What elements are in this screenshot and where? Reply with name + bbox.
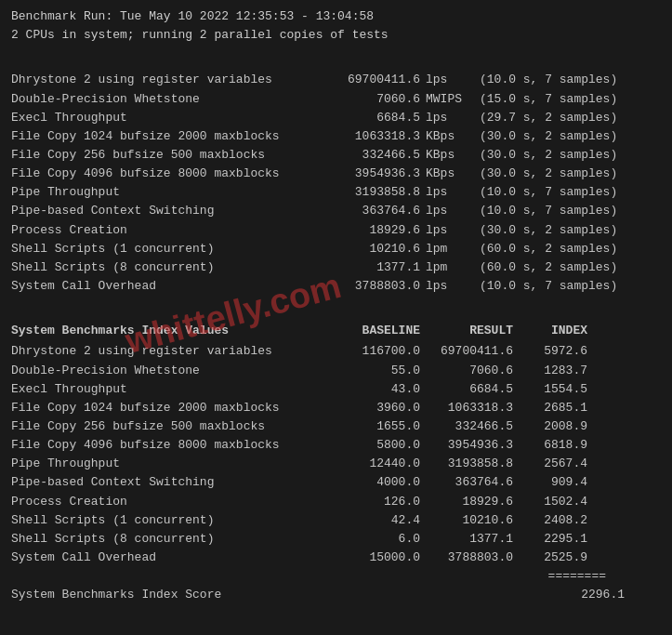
- ir-index: 909.4: [513, 473, 587, 492]
- ir-name: File Copy 1024 bufsize 2000 maxblocks: [11, 399, 327, 417]
- bench-value: 69700411.6: [327, 71, 420, 89]
- bench-meta: (10.0 s, 7 samples): [476, 71, 617, 89]
- index-row: File Copy 256 bufsize 500 maxblocks 1655…: [11, 417, 661, 436]
- bench-value: 332466.5: [327, 146, 420, 165]
- ir-name: Process Creation: [11, 493, 327, 511]
- score-row: System Benchmarks Index Score 2296.1: [11, 586, 661, 604]
- bench-unit: lpm: [420, 240, 476, 258]
- ir-name: File Copy 256 bufsize 500 maxblocks: [11, 417, 327, 436]
- ir-index: 1502.4: [513, 493, 587, 511]
- index-row: File Copy 1024 bufsize 2000 maxblocks 39…: [11, 399, 661, 417]
- ir-baseline: 6.0: [327, 530, 420, 549]
- index-row: Pipe-based Context Switching 4000.0 3637…: [11, 473, 661, 492]
- index-col-name: System Benchmarks Index Values: [11, 322, 327, 340]
- bench-name: Execl Throughput: [11, 109, 327, 127]
- benchmark-row: Process Creation 18929.6 lps (30.0 s, 2 …: [11, 221, 661, 240]
- index-header-row: System Benchmarks Index Values BASELINE …: [11, 322, 661, 340]
- ir-name: Dhrystone 2 using register variables: [11, 342, 327, 361]
- ir-baseline: 3960.0: [327, 399, 420, 417]
- ir-result: 363764.6: [420, 473, 513, 492]
- ir-index: 2408.2: [513, 511, 587, 530]
- ir-index: 2295.1: [513, 530, 587, 549]
- bench-meta: (30.0 s, 2 samples): [476, 127, 617, 146]
- bench-value: 18929.6: [327, 221, 420, 240]
- ir-name: Pipe Throughput: [11, 455, 327, 473]
- bench-unit: lps: [420, 221, 476, 240]
- index-row: Double-Precision Whetstone 55.0 7060.6 1…: [11, 362, 661, 380]
- bench-meta: (15.0 s, 7 samples): [476, 90, 617, 109]
- benchmark-row: Double-Precision Whetstone 7060.6 MWIPS …: [11, 90, 661, 109]
- ir-index: 2008.9: [513, 417, 587, 436]
- bench-value: 1377.1: [327, 258, 420, 277]
- ir-baseline: 1655.0: [327, 417, 420, 436]
- bench-name: Process Creation: [11, 221, 327, 240]
- score-label: System Benchmarks Index Score: [11, 586, 550, 604]
- header-line1: Benchmark Run: Tue May 10 2022 12:35:53 …: [11, 7, 661, 26]
- ir-baseline: 12440.0: [327, 455, 420, 473]
- bench-value: 3193858.8: [327, 183, 420, 202]
- bench-unit: lps: [420, 202, 476, 220]
- bench-value: 363764.6: [327, 202, 420, 220]
- ir-result: 10210.6: [420, 511, 513, 530]
- bench-unit: MWIPS: [420, 90, 476, 109]
- ir-baseline: 126.0: [327, 493, 420, 511]
- ir-baseline: 42.4: [327, 511, 420, 530]
- ir-index: 1283.7: [513, 362, 587, 380]
- ir-baseline: 55.0: [327, 362, 420, 380]
- benchmark-row: System Call Overhead 3788803.0 lps (10.0…: [11, 277, 661, 296]
- ir-name: File Copy 4096 bufsize 8000 maxblocks: [11, 436, 327, 455]
- bench-meta: (10.0 s, 7 samples): [476, 277, 617, 296]
- score-value: 2296.1: [550, 586, 625, 604]
- benchmark-row: Pipe-based Context Switching 363764.6 lp…: [11, 202, 661, 220]
- bench-name: Double-Precision Whetstone: [11, 90, 327, 109]
- benchmark-section: Dhrystone 2 using register variables 697…: [11, 71, 661, 296]
- index-row: Process Creation 126.0 18929.6 1502.4: [11, 493, 661, 511]
- ir-result: 69700411.6: [420, 342, 513, 361]
- bench-unit: KBps: [420, 165, 476, 183]
- ir-baseline: 5800.0: [327, 436, 420, 455]
- bench-value: 7060.6: [327, 90, 420, 109]
- bench-value: 6684.5: [327, 109, 420, 127]
- ir-name: System Call Overhead: [11, 549, 327, 567]
- bench-meta: (10.0 s, 7 samples): [476, 183, 617, 202]
- bench-name: System Call Overhead: [11, 277, 327, 296]
- ir-result: 6684.5: [420, 380, 513, 399]
- bench-name: Shell Scripts (8 concurrent): [11, 258, 327, 277]
- index-section: System Benchmarks Index Values BASELINE …: [11, 322, 661, 604]
- bench-meta: (10.0 s, 7 samples): [476, 202, 617, 220]
- bench-name: File Copy 4096 bufsize 8000 maxblocks: [11, 165, 327, 183]
- ir-baseline: 4000.0: [327, 473, 420, 492]
- bench-meta: (30.0 s, 2 samples): [476, 221, 617, 240]
- ir-index: 1554.5: [513, 380, 587, 399]
- bench-unit: lps: [420, 71, 476, 89]
- bench-name: Pipe-based Context Switching: [11, 202, 327, 220]
- ir-index: 2525.9: [513, 549, 587, 567]
- bench-value: 3788803.0: [327, 277, 420, 296]
- bench-unit: KBps: [420, 146, 476, 165]
- benchmark-row: Shell Scripts (1 concurrent) 10210.6 lpm…: [11, 240, 661, 258]
- index-row: File Copy 4096 bufsize 8000 maxblocks 58…: [11, 436, 661, 455]
- ir-result: 1377.1: [420, 530, 513, 549]
- bench-value: 1063318.3: [327, 127, 420, 146]
- ir-name: Shell Scripts (1 concurrent): [11, 511, 327, 530]
- ir-index: 5972.6: [513, 342, 587, 361]
- ir-index: 6818.9: [513, 436, 587, 455]
- ir-name: Double-Precision Whetstone: [11, 362, 327, 380]
- ir-name: Pipe-based Context Switching: [11, 473, 327, 492]
- bench-name: File Copy 1024 bufsize 2000 maxblocks: [11, 127, 327, 146]
- bench-unit: lps: [420, 277, 476, 296]
- ir-result: 18929.6: [420, 493, 513, 511]
- bench-meta: (29.7 s, 2 samples): [476, 109, 617, 127]
- index-row: Pipe Throughput 12440.0 3193858.8 2567.4: [11, 455, 661, 473]
- ir-index: 2685.1: [513, 399, 587, 417]
- ir-result: 7060.6: [420, 362, 513, 380]
- bench-name: Pipe Throughput: [11, 183, 327, 202]
- benchmark-row: Execl Throughput 6684.5 lps (29.7 s, 2 s…: [11, 109, 661, 127]
- index-col-baseline: BASELINE: [327, 322, 420, 340]
- ir-baseline: 116700.0: [327, 342, 420, 361]
- ir-result: 3193858.8: [420, 455, 513, 473]
- ir-baseline: 43.0: [327, 380, 420, 399]
- header-line2: 2 CPUs in system; running 2 parallel cop…: [11, 26, 661, 45]
- bench-meta: (60.0 s, 2 samples): [476, 258, 617, 277]
- benchmark-row: File Copy 256 bufsize 500 maxblocks 3324…: [11, 146, 661, 165]
